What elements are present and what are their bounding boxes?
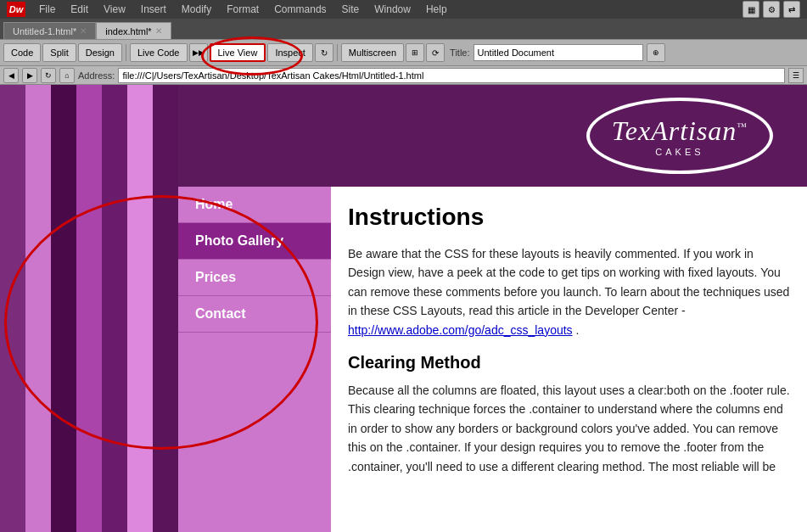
- menu-window[interactable]: Window: [367, 2, 418, 17]
- content-paragraph-1: Be aware that the CSS for these layouts …: [348, 244, 790, 339]
- content-heading-1: Instructions: [348, 204, 790, 231]
- content-paragraph-2: Because all the columns are floated, thi…: [348, 381, 790, 476]
- code-button[interactable]: Code: [3, 43, 41, 62]
- logo-sub: CAKES: [655, 147, 703, 157]
- menu-modify[interactable]: Modify: [175, 2, 218, 17]
- site-content: Instructions Be aware that the CSS for t…: [331, 187, 807, 532]
- menu-format[interactable]: Format: [220, 2, 266, 17]
- menu-file[interactable]: File: [32, 2, 62, 17]
- title-input[interactable]: [474, 44, 643, 61]
- tab-untitled[interactable]: Untitled-1.html* ✕: [3, 22, 96, 39]
- menu-commands[interactable]: Commands: [267, 2, 333, 17]
- back-button[interactable]: ◀: [3, 68, 19, 83]
- tab-index-label: index.html*: [105, 26, 151, 36]
- tab-untitled-label: Untitled-1.html*: [13, 26, 76, 36]
- menu-bar: Dw File Edit View Insert Modify Format C…: [0, 0, 807, 19]
- menu-site[interactable]: Site: [335, 2, 367, 17]
- title-icon[interactable]: ⊕: [647, 43, 665, 62]
- menu-insert[interactable]: Insert: [134, 2, 173, 17]
- refresh-icon[interactable]: ↻: [315, 43, 333, 62]
- menu-help[interactable]: Help: [419, 2, 454, 17]
- multiscreen-icon[interactable]: ⊞: [406, 43, 424, 62]
- main-area: TexArtisan™ CAKES Home Photo Gallery Pri…: [0, 85, 807, 532]
- title-label: Title:: [450, 48, 469, 58]
- home-button[interactable]: ⌂: [59, 68, 75, 83]
- split-button[interactable]: Split: [42, 43, 76, 62]
- live-code-icon[interactable]: ▶▶: [189, 43, 208, 62]
- layout-icon[interactable]: ▦: [743, 1, 759, 18]
- site-logo: TexArtisan™ CAKES: [586, 98, 773, 174]
- refresh2-icon[interactable]: ⟳: [426, 43, 445, 62]
- sync-icon[interactable]: ⇄: [783, 1, 800, 18]
- tab-untitled-close[interactable]: ✕: [80, 26, 87, 36]
- nav-home[interactable]: Home: [178, 187, 331, 223]
- website-content: TexArtisan™ CAKES Home Photo Gallery Pri…: [178, 85, 807, 532]
- toolbar: Code Split Design Live Code ▶▶ Live View…: [0, 39, 807, 66]
- live-view-button[interactable]: Live View: [210, 43, 266, 62]
- multiscreen-button[interactable]: Multiscreen: [341, 43, 404, 62]
- menu-view[interactable]: View: [97, 2, 132, 17]
- toolbar-divider-1: [126, 44, 126, 61]
- nav-contact[interactable]: Contact: [178, 296, 331, 333]
- tab-index-close[interactable]: ✕: [155, 26, 162, 36]
- inspect-button[interactable]: Inspect: [267, 43, 312, 62]
- forward-button[interactable]: ▶: [22, 68, 37, 83]
- site-body: Home Photo Gallery Prices Contact Instru…: [178, 187, 807, 532]
- tab-bar: Untitled-1.html* ✕ index.html* ✕: [0, 19, 807, 39]
- live-view-wrapper: Live View: [210, 43, 266, 62]
- address-bar: ◀ ▶ ↻ ⌂ Address: ☰: [0, 66, 807, 85]
- content-link[interactable]: http://www.adobe.com/go/adc_css_layouts: [348, 323, 573, 337]
- content-heading-2: Clearing Method: [348, 353, 790, 372]
- nav-prices[interactable]: Prices: [178, 260, 331, 296]
- logo-text: TexArtisan™: [612, 115, 748, 147]
- address-input[interactable]: [118, 68, 785, 83]
- title-area: Title: ⊕: [450, 43, 664, 62]
- settings-icon[interactable]: ⚙: [763, 1, 780, 18]
- reload-button[interactable]: ↻: [41, 68, 56, 83]
- address-go-icon[interactable]: ☰: [788, 68, 804, 83]
- design-button[interactable]: Design: [78, 43, 122, 62]
- toolbar-divider-2: [337, 44, 338, 61]
- site-header: TexArtisan™ CAKES: [178, 85, 807, 187]
- app-logo: Dw: [7, 2, 25, 17]
- tab-index[interactable]: index.html* ✕: [96, 22, 171, 39]
- left-panel: [0, 85, 178, 532]
- live-code-button[interactable]: Live Code: [130, 43, 188, 62]
- menu-edit[interactable]: Edit: [64, 2, 95, 17]
- address-label: Address:: [78, 70, 115, 81]
- nav-photo-gallery[interactable]: Photo Gallery: [178, 223, 331, 260]
- site-nav: Home Photo Gallery Prices Contact: [178, 187, 331, 532]
